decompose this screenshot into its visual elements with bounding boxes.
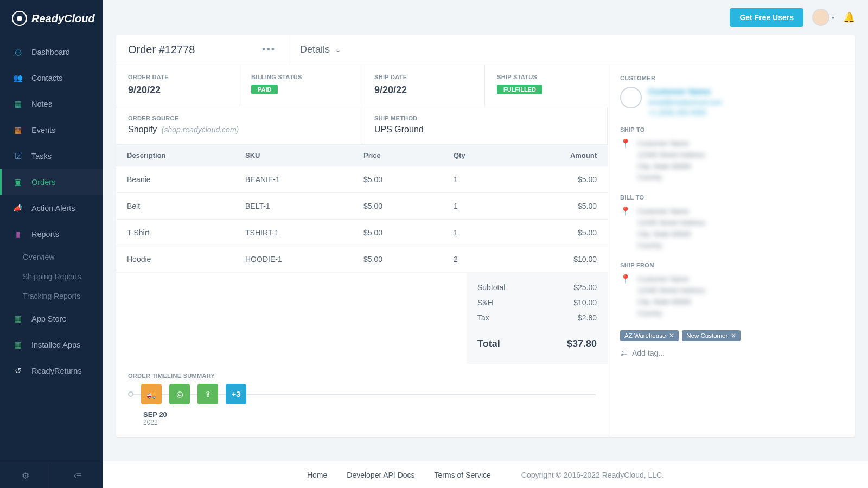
tag-remove-button[interactable]: ✕	[669, 332, 674, 339]
cell-qty: 2	[443, 246, 515, 273]
timeline-ship-event[interactable]: 🚚	[141, 384, 162, 404]
nav-app-store[interactable]: ▦ App Store	[0, 306, 103, 332]
order-more-button[interactable]: •••	[262, 44, 276, 55]
coin-icon: ◎	[176, 389, 183, 399]
cell-sku: BELT-1	[234, 193, 353, 220]
gear-icon: ⚙	[22, 471, 29, 481]
chevron-down-icon: ▾	[832, 15, 834, 21]
customer-label: CUSTOMER	[620, 75, 843, 81]
checklist-icon: ☑	[13, 151, 23, 161]
topbar: Get Free Users ▾ 🔔	[103, 0, 868, 35]
th-description: Description	[116, 145, 234, 166]
sidebar-bottom: ⚙ ‹≡	[0, 463, 103, 488]
cell-price: $5.00	[353, 166, 443, 193]
ship-status-label: SHIP STATUS	[497, 74, 596, 80]
footer-tos-link[interactable]: Terms of Service	[435, 471, 491, 479]
add-tag-button[interactable]: 🏷 Add tag...	[620, 349, 843, 357]
billing-status-badge: PAID	[251, 85, 278, 94]
nav-tasks[interactable]: ☑ Tasks	[0, 143, 103, 169]
collapse-sidebar-button[interactable]: ‹≡	[52, 463, 104, 488]
cell-qty: 1	[443, 166, 515, 193]
table-row: Belt BELT-1 $5.00 1 $5.00	[116, 193, 608, 220]
nav-orders[interactable]: ▣ Orders	[0, 169, 103, 195]
order-card: Order #12778 ••• Details ⌄ ORDER DATE 9/…	[116, 35, 855, 437]
footer: Home Developer API Docs Terms of Service…	[103, 461, 868, 488]
grid-icon: ▦	[13, 314, 23, 324]
billing-status-label: BILLING STATUS	[251, 74, 350, 80]
megaphone-icon: 📣	[13, 203, 23, 213]
settings-button[interactable]: ⚙	[0, 463, 52, 488]
cell-sku: TSHIRT-1	[234, 220, 353, 246]
totals: Subtotal$25.00 S&H$10.00 Tax$2.80 Total$…	[467, 273, 608, 364]
logo[interactable]: ReadyCloud	[0, 0, 103, 39]
table-row: Beanie BEANIE-1 $5.00 1 $5.00	[116, 166, 608, 193]
nav-reports-tracking[interactable]: Tracking Reports	[0, 286, 103, 306]
footer-home-link[interactable]: Home	[307, 471, 327, 479]
shipfrom-address: Customer Name 12345 Street Address City,…	[637, 274, 705, 319]
customer-email[interactable]: email@readycloud.com	[648, 98, 843, 106]
timeline-date: SEP 20	[143, 410, 596, 419]
shipto-address: Customer Name 12345 Street Address City,…	[637, 138, 705, 183]
cell-desc: Beanie	[116, 166, 234, 193]
customer-phone[interactable]: +1 (555) 555-5555	[648, 108, 843, 117]
th-amount: Amount	[515, 145, 608, 166]
customer-name[interactable]: Customer Name	[648, 87, 843, 96]
clipboard-icon: ▤	[13, 99, 23, 109]
nav-readyreturns[interactable]: ↺ ReadyReturns	[0, 358, 103, 384]
tag-icon: 🏷	[620, 349, 628, 357]
cell-desc: Belt	[116, 193, 234, 220]
timeline-more-events[interactable]: +3	[226, 384, 246, 404]
tag: AZ Warehouse✕	[620, 330, 679, 341]
order-date-value: 9/20/22	[128, 85, 227, 96]
avatar	[812, 9, 829, 26]
gauge-icon: ◷	[13, 47, 23, 57]
return-icon: ↺	[13, 366, 23, 376]
cell-amount: $5.00	[515, 193, 608, 220]
timeline-delivery-event[interactable]: ⇪	[197, 384, 218, 404]
cell-price: $5.00	[353, 193, 443, 220]
cell-sku: HOODIE-1	[234, 246, 353, 273]
customer-avatar	[620, 87, 642, 108]
order-source-label: ORDER SOURCE	[128, 115, 350, 121]
logo-mark-icon	[12, 11, 27, 26]
users-icon: 👥	[13, 73, 23, 83]
sh-value: $10.00	[573, 298, 597, 307]
nav-notes[interactable]: ▤ Notes	[0, 91, 103, 117]
ship-method-value: UPS Ground	[374, 125, 595, 134]
ship-date-label: SHIP DATE	[374, 74, 473, 80]
th-qty: Qty	[443, 145, 515, 166]
timeline-node-icon	[128, 391, 133, 397]
nav-contacts[interactable]: 👥 Contacts	[0, 65, 103, 91]
timeline: ORDER TIMELINE SUMMARY 🚚 ◎ ⇪ +3 SEP 20	[116, 364, 608, 437]
footer-copyright: Copyright © 2016-2022 ReadyCloud, LLC.	[521, 471, 664, 479]
nav-events[interactable]: ▦ Events	[0, 117, 103, 143]
user-menu[interactable]: ▾	[812, 9, 834, 26]
cell-sku: BEANIE-1	[234, 166, 353, 193]
nav-reports[interactable]: ▮ Reports	[0, 221, 103, 247]
tag-remove-button[interactable]: ✕	[731, 332, 736, 339]
cell-desc: Hoodie	[116, 246, 234, 273]
timeline-year: 2022	[143, 419, 596, 426]
pin-icon: 📍	[620, 138, 631, 183]
nav-reports-shipping[interactable]: Shipping Reports	[0, 267, 103, 286]
cell-price: $5.00	[353, 246, 443, 273]
table-row: Hoodie HOODIE-1 $5.00 2 $10.00	[116, 246, 608, 273]
notifications-button[interactable]: 🔔	[843, 11, 855, 23]
nav-dashboard[interactable]: ◷ Dashboard	[0, 39, 103, 65]
pin-icon: 📍	[620, 206, 631, 251]
timeline-label: ORDER TIMELINE SUMMARY	[128, 373, 596, 379]
nav-installed-apps[interactable]: ▦ Installed Apps	[0, 332, 103, 358]
footer-api-link[interactable]: Developer API Docs	[347, 471, 414, 479]
nav-reports-overview[interactable]: Overview	[0, 247, 103, 267]
get-free-users-button[interactable]: Get Free Users	[730, 8, 803, 27]
cell-price: $5.00	[353, 220, 443, 246]
ship-date-value: 9/20/22	[374, 85, 473, 96]
ellipsis-icon: •••	[262, 44, 276, 55]
cell-desc: T-Shirt	[116, 220, 234, 246]
timeline-payment-event[interactable]: ◎	[169, 384, 190, 404]
table-row: T-Shirt TSHIRT-1 $5.00 1 $5.00	[116, 220, 608, 246]
view-dropdown[interactable]: Details ⌄	[288, 35, 353, 65]
subtotal-value: $25.00	[573, 283, 597, 292]
cell-amount: $10.00	[515, 246, 608, 273]
nav-action-alerts[interactable]: 📣 Action Alerts	[0, 195, 103, 221]
